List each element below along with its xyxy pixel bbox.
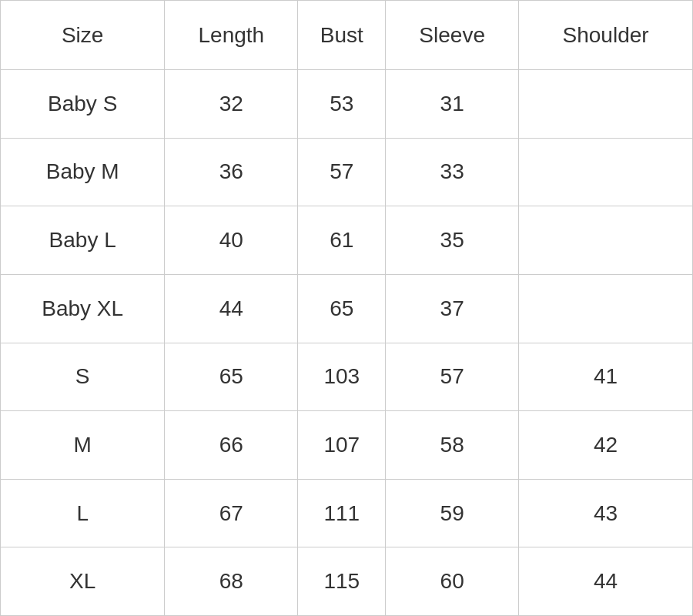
table-row: XL681156044: [1, 547, 693, 616]
cell-bust-5: 107: [298, 411, 386, 480]
cell-size-4: S: [1, 343, 165, 411]
table-header-row: Size Length Bust Sleeve Shoulder: [1, 1, 693, 70]
table-row: M661075842: [1, 411, 693, 480]
cell-shoulder-2: [519, 206, 693, 275]
cell-length-2: 40: [165, 206, 298, 275]
cell-shoulder-7: 44: [519, 547, 693, 616]
cell-bust-3: 65: [298, 274, 386, 343]
cell-bust-2: 61: [298, 206, 386, 275]
cell-bust-1: 57: [298, 138, 386, 206]
cell-shoulder-0: [519, 70, 693, 139]
cell-shoulder-3: [519, 274, 693, 343]
cell-sleeve-6: 59: [386, 479, 519, 547]
cell-length-1: 36: [165, 138, 298, 206]
cell-shoulder-1: [519, 138, 693, 206]
cell-sleeve-5: 58: [386, 411, 519, 480]
cell-bust-4: 103: [298, 343, 386, 411]
cell-bust-7: 115: [298, 547, 386, 616]
table-row: L671115943: [1, 479, 693, 547]
table-row: Baby XL446537: [1, 274, 693, 343]
cell-sleeve-7: 60: [386, 547, 519, 616]
cell-sleeve-3: 37: [386, 274, 519, 343]
cell-size-3: Baby XL: [1, 274, 165, 343]
cell-size-6: L: [1, 479, 165, 547]
size-chart-table: Size Length Bust Sleeve Shoulder Baby S3…: [0, 0, 693, 616]
cell-size-1: Baby M: [1, 138, 165, 206]
cell-length-5: 66: [165, 411, 298, 480]
header-size: Size: [1, 1, 165, 70]
header-shoulder: Shoulder: [519, 1, 693, 70]
cell-size-2: Baby L: [1, 206, 165, 275]
cell-shoulder-6: 43: [519, 479, 693, 547]
cell-sleeve-0: 31: [386, 70, 519, 139]
cell-sleeve-4: 57: [386, 343, 519, 411]
table-row: Baby M365733: [1, 138, 693, 206]
size-chart-container: Size Length Bust Sleeve Shoulder Baby S3…: [0, 0, 693, 616]
cell-shoulder-5: 42: [519, 411, 693, 480]
cell-length-6: 67: [165, 479, 298, 547]
header-bust: Bust: [298, 1, 386, 70]
header-length: Length: [165, 1, 298, 70]
cell-sleeve-1: 33: [386, 138, 519, 206]
cell-length-3: 44: [165, 274, 298, 343]
cell-bust-0: 53: [298, 70, 386, 139]
table-row: Baby S325331: [1, 70, 693, 139]
table-row: S651035741: [1, 343, 693, 411]
cell-size-7: XL: [1, 547, 165, 616]
cell-length-7: 68: [165, 547, 298, 616]
cell-bust-6: 111: [298, 479, 386, 547]
header-sleeve: Sleeve: [386, 1, 519, 70]
cell-size-5: M: [1, 411, 165, 480]
cell-sleeve-2: 35: [386, 206, 519, 275]
cell-size-0: Baby S: [1, 70, 165, 139]
cell-length-4: 65: [165, 343, 298, 411]
table-row: Baby L406135: [1, 206, 693, 275]
cell-length-0: 32: [165, 70, 298, 139]
cell-shoulder-4: 41: [519, 343, 693, 411]
